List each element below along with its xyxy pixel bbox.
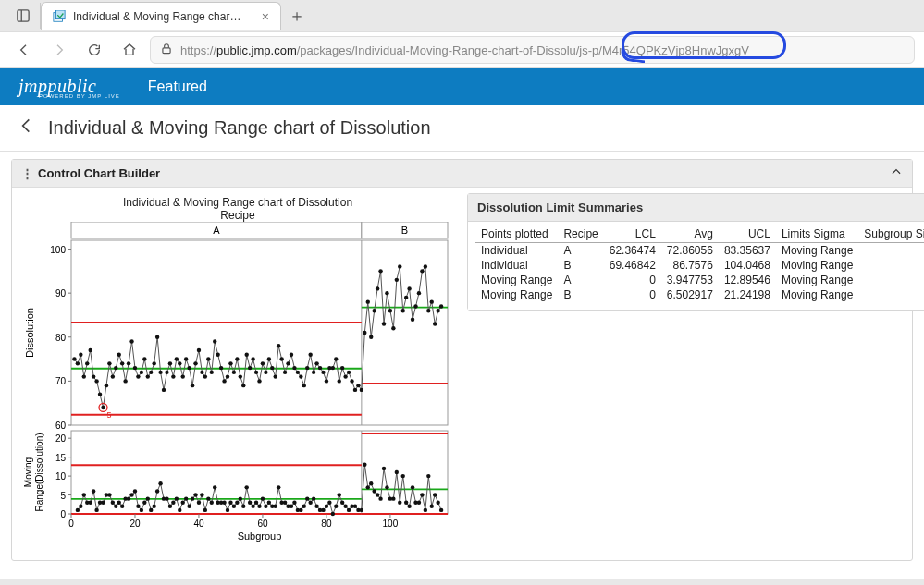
svg-point-62 (187, 366, 191, 370)
svg-point-265 (401, 474, 405, 478)
svg-point-46 (136, 374, 140, 378)
favicon-icon (53, 10, 66, 23)
svg-point-123 (382, 322, 386, 325)
svg-point-175 (114, 505, 117, 508)
control-chart: Individual & Moving Range chart of Disso… (19, 193, 456, 549)
new-tab-button[interactable]: ＋ (281, 5, 313, 27)
svg-point-235 (305, 496, 309, 500)
chart-title: Individual & Moving Range chart of Disso… (20, 194, 455, 209)
svg-point-136 (424, 264, 427, 268)
svg-point-82 (251, 357, 254, 360)
tab-title: Individual & Moving Range char… (73, 10, 240, 23)
svg-point-262 (391, 496, 395, 500)
svg-point-105 (325, 379, 328, 383)
url-text: https://public.jmp.com/packages/Individu… (180, 43, 749, 57)
svg-point-55 (165, 371, 168, 374)
svg-text:Dissolution: Dissolution (24, 308, 35, 358)
close-icon[interactable]: × (262, 9, 269, 24)
svg-point-32 (92, 374, 95, 378)
svg-text:5: 5 (60, 491, 66, 501)
address-bar: https://public.jmp.com/packages/Individu… (0, 31, 924, 68)
svg-point-96 (296, 371, 300, 374)
nav-refresh-button[interactable] (80, 35, 109, 65)
svg-point-78 (239, 374, 242, 378)
svg-point-61 (184, 357, 188, 360)
svg-point-277 (439, 508, 443, 512)
summary-panel: Dissolution Limit Summaries Points plott… (467, 193, 924, 311)
svg-point-260 (385, 485, 388, 489)
svg-rect-9 (71, 240, 448, 425)
svg-point-266 (404, 501, 408, 505)
svg-point-173 (107, 493, 111, 496)
svg-point-75 (228, 361, 232, 365)
svg-point-98 (302, 384, 306, 387)
nav-featured[interactable]: Featured (148, 79, 207, 95)
svg-point-141 (439, 304, 443, 308)
svg-point-191 (165, 496, 168, 500)
svg-point-135 (420, 269, 424, 273)
svg-point-273 (426, 474, 430, 478)
svg-point-182 (136, 505, 140, 508)
svg-point-113 (350, 379, 353, 383)
browser-tab[interactable]: Individual & Moving Range char… × (41, 2, 281, 30)
svg-point-252 (360, 508, 363, 512)
table-row: IndividualA62.3647472.8605683.35637Movin… (475, 243, 924, 259)
svg-point-129 (401, 309, 405, 312)
svg-point-63 (191, 384, 194, 387)
svg-point-272 (424, 508, 427, 512)
svg-point-198 (187, 505, 191, 508)
svg-point-122 (378, 269, 382, 273)
svg-point-85 (261, 361, 265, 365)
svg-point-93 (286, 361, 290, 365)
panel-header[interactable]: ⋮ Control Chart Builder (12, 160, 912, 188)
svg-text:A: A (213, 225, 220, 236)
svg-point-202 (200, 493, 203, 496)
svg-point-180 (129, 493, 133, 496)
svg-point-124 (385, 291, 388, 295)
svg-point-253 (363, 463, 366, 467)
svg-point-33 (94, 379, 98, 383)
svg-point-45 (133, 366, 137, 370)
svg-point-250 (353, 505, 357, 508)
svg-point-211 (228, 501, 232, 505)
url-field[interactable]: https://public.jmp.com/packages/Individu… (150, 36, 915, 64)
collapse-icon[interactable] (890, 165, 903, 181)
svg-point-50 (149, 371, 153, 374)
svg-point-40 (117, 353, 121, 357)
svg-point-73 (222, 379, 226, 383)
svg-point-196 (181, 501, 185, 505)
svg-point-115 (356, 384, 360, 387)
nav-home-button[interactable] (115, 35, 144, 65)
svg-point-192 (168, 505, 172, 508)
svg-point-100 (308, 353, 312, 357)
back-arrow-icon[interactable] (17, 116, 35, 140)
svg-point-74 (226, 374, 229, 378)
svg-point-28 (79, 353, 82, 357)
svg-point-120 (372, 309, 376, 312)
svg-text:Subgroup: Subgroup (238, 530, 282, 542)
svg-point-86 (264, 371, 267, 374)
svg-point-140 (436, 309, 439, 312)
svg-point-103 (318, 366, 322, 370)
svg-text:100: 100 (50, 245, 66, 255)
svg-text:5: 5 (106, 410, 111, 420)
svg-point-257 (376, 493, 379, 496)
svg-point-51 (152, 361, 155, 365)
svg-point-247 (343, 505, 347, 508)
svg-point-118 (366, 299, 370, 303)
svg-point-29 (82, 374, 86, 378)
svg-text:20: 20 (55, 433, 67, 444)
tab-actions-icon[interactable] (6, 3, 41, 29)
svg-point-94 (290, 353, 293, 357)
svg-point-121 (376, 286, 379, 290)
nav-back-button[interactable] (9, 35, 39, 65)
brand-subtitle: POWERED BY JMP LIVE (39, 93, 120, 99)
svg-point-108 (334, 357, 338, 360)
summary-header[interactable]: Dissolution Limit Summaries (468, 194, 924, 222)
svg-point-264 (398, 501, 401, 505)
svg-point-225 (274, 505, 277, 508)
summary-title: Dissolution Limit Summaries (477, 201, 643, 214)
grip-icon[interactable]: ⋮ (21, 166, 29, 180)
lock-icon (160, 43, 173, 58)
nav-forward-button[interactable] (44, 35, 74, 65)
